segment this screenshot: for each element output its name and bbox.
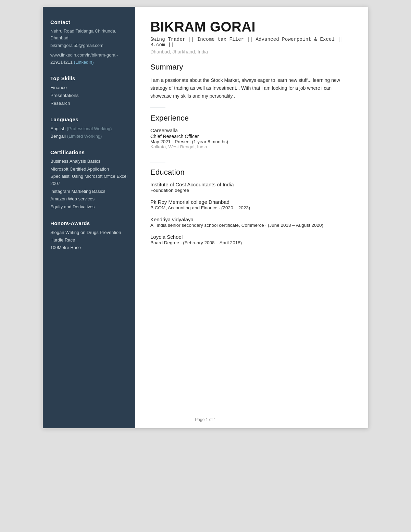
lang-bengali-level: (Limited Working): [67, 134, 102, 139]
exp-title-1: Chief Research Officer: [150, 134, 353, 139]
education-title: Education: [150, 168, 353, 177]
languages-section: Languages English (Professional Working)…: [50, 116, 128, 141]
lang-bengali: Bengali (Limited Working): [50, 133, 128, 140]
cert-1: Business Analysis Basics: [50, 158, 128, 165]
edu-item-2: Pk Roy Memorial college Dhanbad B.COM, A…: [150, 199, 353, 210]
certifications-section: Certifications Business Analysis Basics …: [50, 149, 128, 211]
contact-title: Contact: [50, 19, 128, 25]
linkedin-label[interactable]: (LinkedIn): [74, 60, 94, 65]
edu-degree-2: B.COM, Accounting and Finance · (2020 – …: [150, 205, 353, 210]
location: Dhanbad, Jharkhand, India: [150, 49, 353, 54]
linkedin: www.linkedin.com/in/bikram-gorai-2291142…: [50, 52, 128, 65]
honors-section: Honors-Awards Slogan Writing on Drugs Pr…: [50, 220, 128, 251]
page-number: Page 1 of 1: [195, 417, 216, 422]
languages-title: Languages: [50, 116, 128, 122]
award-1: Slogan Writing on Drugs Prevention: [50, 229, 128, 236]
edu-item-1: Institute of Cost Accountants of India F…: [150, 182, 353, 193]
honors-title: Honors-Awards: [50, 220, 128, 226]
cert-3: Instagram Marketing Basics: [50, 188, 128, 195]
top-skills-title: Top Skills: [50, 75, 128, 81]
summary-text: I am a passionate about the Stock Market…: [150, 76, 353, 100]
experience-title: Experience: [150, 114, 353, 123]
contact-section: Contact Nehru Road Taldanga Chirkunda, D…: [50, 19, 128, 66]
cert-4: Amazon Web services: [50, 196, 128, 203]
candidate-name: BIKRAM GORAI: [150, 19, 353, 35]
edu-school-4: Loyola School: [150, 234, 353, 240]
edu-school-2: Pk Roy Memorial college Dhanbad: [150, 199, 353, 205]
lang-english: English (Professional Working): [50, 125, 128, 133]
exp-location-1: Kolkata, West Bengal, India: [150, 144, 353, 149]
award-3: 100Metre Race: [50, 244, 128, 251]
cert-5: Equity and Derivatives: [50, 203, 128, 211]
edu-degree-4: Board Degree · (February 2008 – April 20…: [150, 240, 353, 245]
edu-item-3: Kendriya vidyalaya All india senior seco…: [150, 216, 353, 228]
top-skills-section: Top Skills Finance Presentations Researc…: [50, 75, 128, 108]
exp-company-1: Careerwalla: [150, 127, 353, 133]
divider-1: [150, 108, 165, 108]
cert-2: Microsoft Certified Application Speciali…: [50, 166, 128, 187]
main-content: BIKRAM GORAI Swing Trader || Income tax …: [135, 7, 368, 428]
certifications-title: Certifications: [50, 149, 128, 155]
skill-finance: Finance: [50, 84, 128, 92]
edu-item-4: Loyola School Board Degree · (February 2…: [150, 234, 353, 245]
skill-research: Research: [50, 100, 128, 108]
skill-presentations: Presentations: [50, 92, 128, 100]
edu-school-1: Institute of Cost Accountants of India: [150, 182, 353, 187]
divider-2: [150, 162, 165, 162]
summary-title: Summary: [150, 63, 353, 72]
sidebar: Contact Nehru Road Taldanga Chirkunda, D…: [43, 7, 135, 428]
page-footer: Page 1 of 1: [43, 417, 368, 422]
lang-english-level: (Professional Working): [67, 126, 112, 131]
award-2: Hurdle Race: [50, 236, 128, 244]
exp-dates-1: May 2021 - Present (1 year 8 months): [150, 139, 353, 144]
resume-page: Contact Nehru Road Taldanga Chirkunda, D…: [43, 7, 368, 428]
edu-degree-1: Foundation degree: [150, 188, 353, 193]
edu-school-3: Kendriya vidyalaya: [150, 216, 353, 222]
tagline: Swing Trader || Income tax Filer || Adva…: [150, 37, 353, 48]
address: Nehru Road Taldanga Chirkunda, Dhanbad: [50, 28, 128, 41]
email: bikramgoral55@gmail.com: [50, 42, 128, 49]
experience-item-1: Careerwalla Chief Research Officer May 2…: [150, 127, 353, 149]
edu-degree-3: All india senior secondary school certif…: [150, 223, 353, 228]
